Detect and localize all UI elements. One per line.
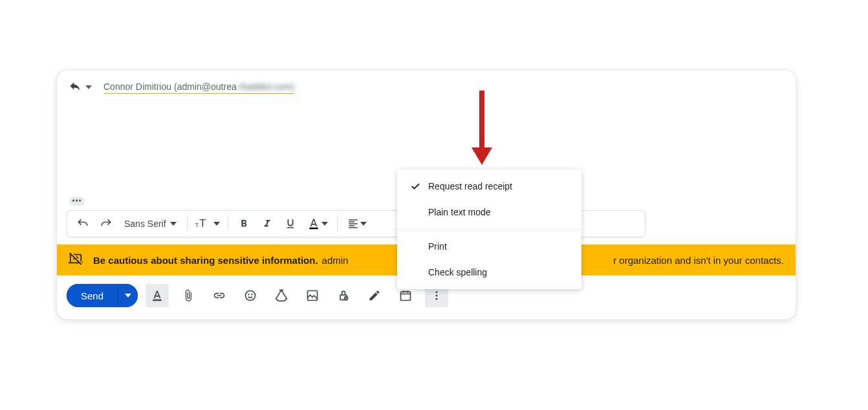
align-button[interactable] — [343, 213, 371, 234]
reply-type-selector[interactable] — [69, 80, 92, 95]
font-name: Sans Serif — [124, 219, 166, 229]
svg-text:т: т — [195, 221, 199, 228]
ellipsis-icon: ••• — [72, 197, 82, 205]
svg-point-6 — [252, 294, 252, 295]
show-trimmed-content-button[interactable]: ••• — [69, 197, 85, 206]
insert-link-button[interactable] — [208, 284, 231, 307]
send-button[interactable]: Send — [67, 284, 118, 307]
menu-item-check-spelling[interactable]: Check spelling — [397, 259, 581, 285]
menu-item-plain-text[interactable]: Plain text mode — [397, 199, 581, 225]
svg-text:T: T — [199, 217, 206, 230]
svg-rect-2 — [309, 228, 318, 230]
insert-signature-button[interactable] — [363, 284, 386, 307]
send-button-group: Send — [67, 284, 138, 307]
menu-item-label: Check spelling — [428, 267, 487, 277]
check-icon — [402, 180, 428, 192]
svg-point-11 — [436, 291, 438, 293]
menu-item-print[interactable]: Print — [397, 233, 581, 259]
menu-item-label: Print — [428, 241, 447, 252]
menu-item-label: Plain text mode — [428, 207, 491, 217]
screen-share-off-icon — [69, 252, 83, 268]
svg-point-5 — [248, 294, 249, 295]
menu-item-label: Request read receipt — [428, 181, 512, 191]
menu-item-read-receipt[interactable]: Request read receipt — [397, 173, 581, 199]
insert-emoji-button[interactable] — [239, 284, 262, 307]
undo-button[interactable] — [72, 213, 93, 234]
underline-button[interactable] — [280, 213, 301, 234]
svg-point-4 — [246, 291, 255, 301]
dropdown-triangle-icon — [125, 292, 131, 299]
text-color-button[interactable] — [303, 213, 332, 234]
font-family-selector[interactable]: Sans Serif — [119, 213, 182, 234]
dropdown-triangle-icon — [170, 221, 177, 227]
send-options-dropdown[interactable] — [118, 284, 138, 307]
toolbar-separator — [337, 217, 338, 231]
font-size-button[interactable]: тT — [193, 213, 222, 234]
recipient-row: Connor Dimitriou (admin@outrea chaddict.… — [57, 70, 796, 104]
options-dropdown-menu: Request read receipt Plain text mode Pri… — [397, 169, 581, 289]
svg-point-13 — [436, 298, 438, 300]
recipient-email-prefix: (admin@outrea — [174, 81, 237, 92]
bold-button[interactable] — [233, 213, 254, 234]
recipient-chip[interactable]: Connor Dimitriou (admin@outrea chaddict.… — [103, 81, 294, 94]
toolbar-separator — [187, 217, 188, 231]
italic-button[interactable] — [257, 213, 277, 234]
svg-rect-3 — [153, 299, 161, 301]
dropdown-triangle-icon — [85, 81, 92, 93]
text-formatting-toggle[interactable] — [146, 284, 169, 307]
menu-divider — [397, 229, 581, 230]
insert-photo-button[interactable] — [301, 284, 324, 307]
insert-drive-button[interactable] — [270, 284, 293, 307]
svg-rect-10 — [401, 292, 411, 300]
svg-point-12 — [436, 295, 438, 297]
toolbar-separator — [228, 217, 228, 231]
attach-file-button[interactable] — [177, 284, 200, 307]
bottom-toolbar: Send — [67, 284, 448, 307]
recipient-name: Connor Dimitriou — [103, 81, 171, 92]
recipient-email-blurred: chaddict.com) — [238, 81, 294, 92]
annotation-arrow — [469, 91, 495, 171]
redo-button[interactable] — [96, 213, 116, 234]
reply-icon — [69, 80, 81, 95]
confidential-mode-button[interactable] — [332, 284, 355, 307]
warning-text: Be cautious about sharing sensitive info… — [93, 255, 348, 266]
warning-normal-left: admin — [322, 255, 349, 266]
warning-bold-text: Be cautious about sharing sensitive info… — [93, 255, 318, 266]
